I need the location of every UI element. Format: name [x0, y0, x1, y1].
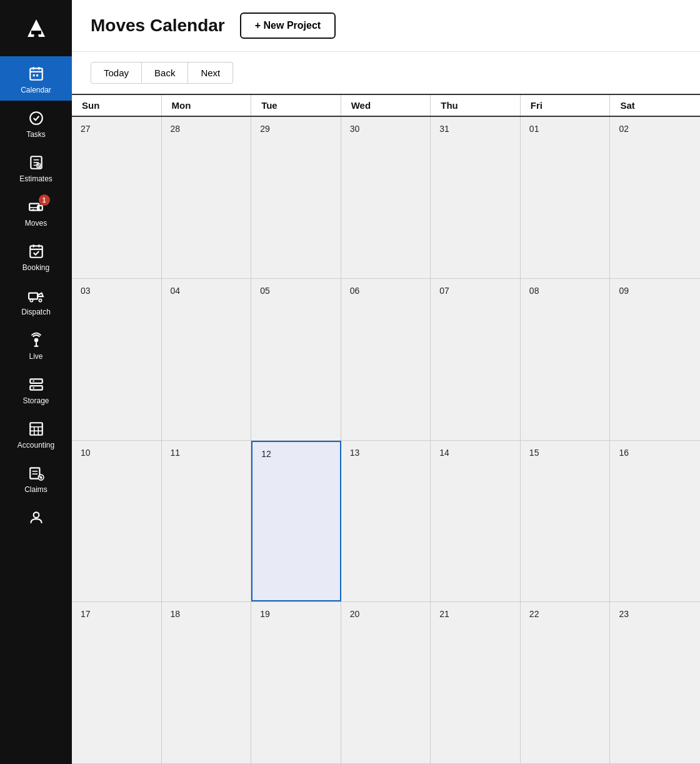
cal-date-number: 04	[171, 286, 181, 296]
svg-rect-32	[30, 379, 42, 383]
cal-date-number: 20	[350, 609, 360, 619]
sidebar-item-claims[interactable]: Claims	[0, 456, 72, 500]
svg-point-10	[30, 112, 42, 124]
calendar-cell-1-2[interactable]: 05	[251, 279, 341, 440]
calendar-cell-1-1[interactable]: 04	[162, 279, 252, 440]
calendar-cell-0-0[interactable]: 27	[72, 117, 162, 278]
cal-date-number: 07	[439, 286, 449, 296]
calendar-row-3: 17181920212223	[72, 602, 700, 764]
svg-rect-21	[38, 209, 40, 211]
sidebar-item-estimates[interactable]: Estimates	[0, 145, 72, 189]
calendar-row-2: 10111213141516	[72, 441, 700, 603]
cal-date-number: 02	[619, 124, 629, 134]
claims-icon	[28, 465, 45, 482]
cal-date-number: 21	[439, 609, 449, 619]
calendar-cell-3-6[interactable]: 23	[610, 602, 700, 763]
calendar-cell-0-2[interactable]: 29	[251, 117, 341, 278]
profile-icon	[28, 509, 45, 526]
calendar-cell-3-4[interactable]: 21	[431, 602, 521, 763]
svg-point-29	[34, 338, 38, 343]
sidebar-item-live[interactable]: Live	[0, 323, 72, 367]
calendar-row-1: 03040506070809	[72, 279, 700, 441]
calendar-cell-2-0[interactable]: 10	[72, 441, 162, 602]
sidebar-item-accounting-label: Accounting	[18, 441, 54, 450]
calendar-cell-1-3[interactable]: 06	[341, 279, 431, 440]
calendar-cell-3-5[interactable]: 22	[521, 602, 611, 763]
sidebar-item-dispatch-label: Dispatch	[21, 308, 51, 316]
calendar-cell-3-2[interactable]: 19	[251, 602, 341, 763]
calendar-cell-1-5[interactable]: 08	[521, 279, 611, 440]
cal-date-number: 27	[81, 124, 91, 134]
svg-rect-33	[30, 386, 42, 390]
cal-date-number: 10	[81, 448, 91, 458]
header-sun: Sun	[72, 95, 162, 116]
calendar-cell-2-5[interactable]: 15	[521, 441, 611, 602]
svg-rect-36	[30, 423, 42, 435]
live-icon	[28, 331, 45, 349]
back-button[interactable]: Back	[142, 62, 188, 84]
cal-date-number: 11	[171, 448, 181, 458]
svg-rect-22	[30, 246, 42, 257]
svg-rect-9	[36, 74, 38, 76]
cal-date-number: 22	[529, 609, 539, 619]
cal-date-number: 31	[439, 124, 449, 134]
cal-date-number: 17	[81, 609, 91, 619]
new-project-button[interactable]: + New Project	[240, 13, 336, 39]
calendar-cell-3-0[interactable]: 17	[72, 602, 162, 763]
calendar-cell-0-4[interactable]: 31	[431, 117, 521, 278]
sidebar-item-accounting[interactable]: Accounting	[0, 411, 72, 456]
sidebar-item-dispatch[interactable]: Dispatch	[0, 278, 72, 323]
cal-date-number: 09	[619, 286, 629, 296]
cal-date-number: 29	[260, 124, 270, 134]
sidebar-item-storage[interactable]: Storage	[0, 367, 72, 411]
sidebar-item-booking-label: Booking	[22, 263, 49, 272]
calendar-cell-2-3[interactable]: 13	[341, 441, 431, 602]
moves-icon: 1	[28, 198, 45, 216]
calendar-cell-0-1[interactable]: 28	[162, 117, 252, 278]
tasks-icon	[28, 109, 45, 127]
calendar-cell-2-4[interactable]: 14	[431, 441, 521, 602]
calendar-cell-0-6[interactable]: 02	[610, 117, 700, 278]
cal-date-number: 14	[439, 448, 449, 458]
app-logo	[20, 12, 52, 44]
svg-point-27	[30, 299, 32, 301]
cal-date-number: 01	[529, 124, 539, 134]
today-button[interactable]: Today	[91, 62, 142, 84]
cal-date-number: 23	[619, 609, 629, 619]
booking-icon	[28, 243, 45, 260]
cal-date-number: 16	[619, 448, 629, 458]
next-button[interactable]: Next	[188, 62, 233, 84]
cal-date-number: 12	[261, 449, 271, 459]
header-sat: Sat	[610, 95, 700, 116]
sidebar-item-booking[interactable]: Booking	[0, 234, 72, 278]
storage-icon	[28, 376, 45, 393]
calendar-cell-1-6[interactable]: 09	[610, 279, 700, 440]
calendar-cell-3-3[interactable]: 20	[341, 602, 431, 763]
calendar-cell-0-3[interactable]: 30	[341, 117, 431, 278]
moves-badge: 1	[39, 194, 50, 206]
calendar-cell-0-5[interactable]: 01	[521, 117, 611, 278]
calendar-cell-2-1[interactable]: 11	[162, 441, 252, 602]
calendar-cell-1-0[interactable]: 03	[72, 279, 162, 440]
cal-date-number: 05	[260, 286, 270, 296]
estimates-icon	[28, 154, 45, 171]
svg-rect-8	[32, 74, 34, 76]
sidebar-item-moves[interactable]: 1 Moves	[0, 189, 72, 234]
header-mon: Mon	[162, 95, 252, 116]
sidebar-item-storage-label: Storage	[22, 396, 49, 405]
sidebar-item-calendar[interactable]: Calendar	[0, 56, 72, 101]
page-title: Moves Calendar	[91, 16, 225, 36]
calendar-cell-3-1[interactable]: 18	[162, 602, 252, 763]
sidebar: Calendar Tasks Estimates	[0, 0, 72, 764]
calendar-cell-1-4[interactable]: 07	[431, 279, 521, 440]
sidebar-item-profile[interactable]	[0, 500, 72, 533]
svg-rect-2	[31, 31, 41, 34]
calendar-cell-2-2[interactable]: 12	[251, 441, 341, 602]
main-content: Moves Calendar + New Project Today Back …	[72, 0, 700, 764]
cal-date-number: 18	[171, 609, 181, 619]
sidebar-item-moves-label: Moves	[25, 219, 47, 228]
svg-rect-20	[32, 209, 34, 211]
calendar-cell-2-6[interactable]: 16	[610, 441, 700, 602]
dispatch-icon	[28, 287, 45, 304]
sidebar-item-tasks[interactable]: Tasks	[0, 101, 72, 145]
